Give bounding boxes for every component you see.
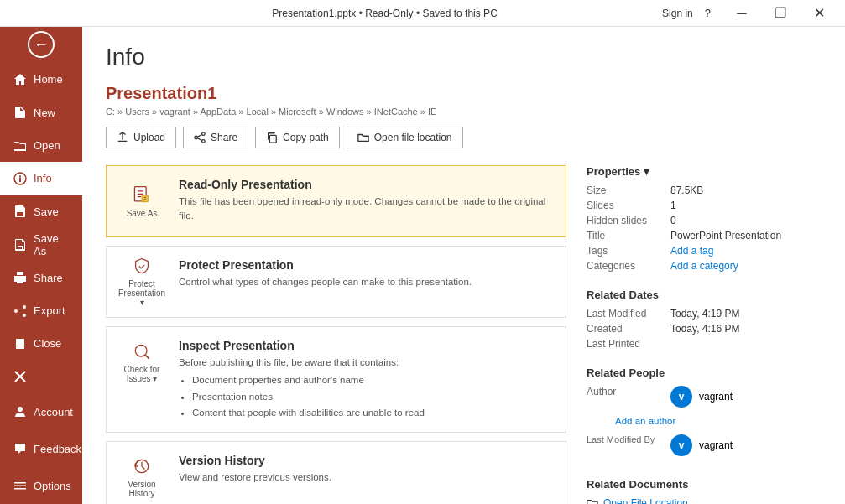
sign-in-link[interactable]: Sign in xyxy=(662,8,693,19)
card-protect-icon-wrap: Protect Presentation ▾ xyxy=(117,257,167,307)
related-people-title: Related People xyxy=(587,366,822,379)
svg-rect-7 xyxy=(14,482,26,484)
file-title: Presentation1 xyxy=(106,84,822,103)
prop-categories[interactable]: Categories Add a category xyxy=(587,260,822,272)
breadcrumb: C: » Users » vagrant » AppData » Local »… xyxy=(106,107,822,117)
svg-point-10 xyxy=(202,132,206,136)
related-docs-title: Related Documents xyxy=(587,478,822,491)
upload-btn[interactable]: Upload xyxy=(106,127,176,148)
save-as-icon xyxy=(13,238,27,252)
prop-tags[interactable]: Tags Add a tag xyxy=(587,245,822,257)
svg-rect-9 xyxy=(14,488,26,490)
help-btn[interactable]: ? xyxy=(700,7,716,19)
properties-title: Properties ▾ xyxy=(587,165,822,178)
share-icon xyxy=(13,304,27,318)
inspect-list: Document properties and author's name Pr… xyxy=(179,373,556,420)
open-file-location-link[interactable]: Open File Location xyxy=(587,497,822,504)
card-inspect-label: Check for Issues ▾ xyxy=(124,365,160,383)
card-readonly-label: Save As xyxy=(127,209,158,218)
folder-small-icon xyxy=(587,497,598,504)
sidebar-item-open[interactable]: Open xyxy=(0,129,82,162)
sidebar-item-new[interactable]: New xyxy=(0,96,82,128)
home-icon xyxy=(13,73,27,86)
card-protect-content: Protect Presentation Control what types … xyxy=(179,257,556,289)
sidebar: ← Home New Open Info Save Save As Share xyxy=(0,27,82,504)
prop-hidden-slides: Hidden slides 0 xyxy=(587,215,822,226)
copy-path-btn[interactable]: Copy path xyxy=(255,127,340,148)
card-inspect-icon-wrap: Check for Issues ▾ xyxy=(117,337,167,387)
sidebar-item-export[interactable]: Close xyxy=(0,327,82,360)
svg-point-11 xyxy=(195,136,198,139)
svg-rect-15 xyxy=(142,195,149,202)
back-btn[interactable]: ← xyxy=(0,27,82,63)
card-inspect: Check for Issues ▾ Inspect Presentation … xyxy=(106,326,566,433)
card-readonly-content: Read-Only Presentation This file has bee… xyxy=(179,176,556,224)
sidebar-item-account[interactable]: Account xyxy=(0,393,82,430)
card-version-title: Version History xyxy=(179,454,556,467)
last-modified-avatar: v xyxy=(670,434,692,456)
back-arrow-icon: ← xyxy=(28,31,55,58)
author-name: vagrant xyxy=(699,391,733,403)
svg-point-6 xyxy=(18,407,23,412)
card-version-desc: View and restore previous versions. xyxy=(179,470,556,485)
last-modified-name: vagrant xyxy=(699,439,733,451)
new-icon xyxy=(13,106,27,119)
title-bar-title: Presentation1.pptx • Read-Only • Saved t… xyxy=(107,8,662,19)
action-buttons: Upload Share Copy path Open file locatio… xyxy=(106,127,822,148)
card-version-icon-wrap: Version History xyxy=(117,452,167,502)
prop-last-modified: Last Modified Today, 4:19 PM xyxy=(587,308,822,320)
svg-point-12 xyxy=(202,140,206,143)
folder-icon xyxy=(357,132,369,143)
related-dates-title: Related Dates xyxy=(587,288,822,301)
card-readonly-title: Read-Only Presentation xyxy=(179,178,556,191)
sidebar-item-feedback[interactable]: Feedback xyxy=(0,430,82,467)
svg-point-4 xyxy=(14,309,18,313)
minimize-btn[interactable]: ─ xyxy=(722,0,761,27)
prop-size: Size 87.5KB xyxy=(587,184,822,196)
restore-btn[interactable]: ❐ xyxy=(761,0,800,27)
card-readonly-desc: This file has been opened in read-only m… xyxy=(179,195,556,224)
sidebar-item-share[interactable]: Export xyxy=(0,294,82,327)
prop-slides: Slides 1 xyxy=(587,200,822,211)
info-cards: Save As Read-Only Presentation This file… xyxy=(106,165,566,504)
prop-title: Title PowerPoint Presentation xyxy=(587,230,822,242)
last-modified-item: v vagrant xyxy=(670,434,733,456)
sidebar-item-save[interactable]: Save xyxy=(0,195,82,228)
card-protect-label: Protect Presentation ▾ xyxy=(117,279,167,307)
prop-author-row: Author v vagrant xyxy=(587,386,822,413)
prop-created: Created Today, 4:16 PM xyxy=(587,323,822,335)
close-icon xyxy=(13,370,27,383)
sidebar-item-info[interactable]: Info xyxy=(0,162,82,195)
account-icon xyxy=(13,405,27,418)
svg-point-5 xyxy=(23,314,26,317)
info-row: Save As Read-Only Presentation This file… xyxy=(106,165,822,504)
main-content: Info Presentation1 C: » Users » vagrant … xyxy=(82,27,845,504)
app-body: ← Home New Open Info Save Save As Share xyxy=(0,27,845,504)
sidebar-item-home[interactable]: Home xyxy=(0,63,82,96)
svg-rect-1 xyxy=(19,178,21,182)
svg-point-3 xyxy=(23,305,26,309)
card-inspect-content: Inspect Presentation Before publishing t… xyxy=(179,337,556,422)
card-inspect-title: Inspect Presentation xyxy=(179,339,556,352)
share-btn[interactable]: Share xyxy=(183,127,248,148)
sidebar-item-options[interactable]: Options xyxy=(0,467,82,504)
feedback-icon xyxy=(13,442,27,455)
add-author-link[interactable]: Add an author xyxy=(615,416,822,426)
card-readonly-icon: Save As xyxy=(117,176,167,226)
svg-point-16 xyxy=(135,345,147,356)
card-read-only: Save As Read-Only Presentation This file… xyxy=(106,165,566,237)
prop-last-modified-by-row: Last Modified By v vagrant xyxy=(587,434,822,461)
sidebar-item-print[interactable]: Share xyxy=(0,261,82,294)
page-title: Info xyxy=(106,44,822,70)
card-protect: Protect Presentation ▾ Protect Presentat… xyxy=(106,246,566,318)
card-inspect-desc: Before publishing this file, be aware th… xyxy=(179,356,556,420)
card-protect-desc: Control what types of changes people can… xyxy=(179,275,556,289)
options-icon xyxy=(13,479,27,492)
sidebar-item-save-as[interactable]: Save As xyxy=(0,228,82,261)
card-version-content: Version History View and restore previou… xyxy=(179,452,556,485)
sidebar-item-close[interactable] xyxy=(0,361,82,393)
close-btn[interactable]: ✕ xyxy=(800,0,838,27)
open-location-btn[interactable]: Open file location xyxy=(347,127,463,148)
prop-last-printed: Last Printed xyxy=(587,338,822,350)
copy-icon xyxy=(266,132,278,143)
